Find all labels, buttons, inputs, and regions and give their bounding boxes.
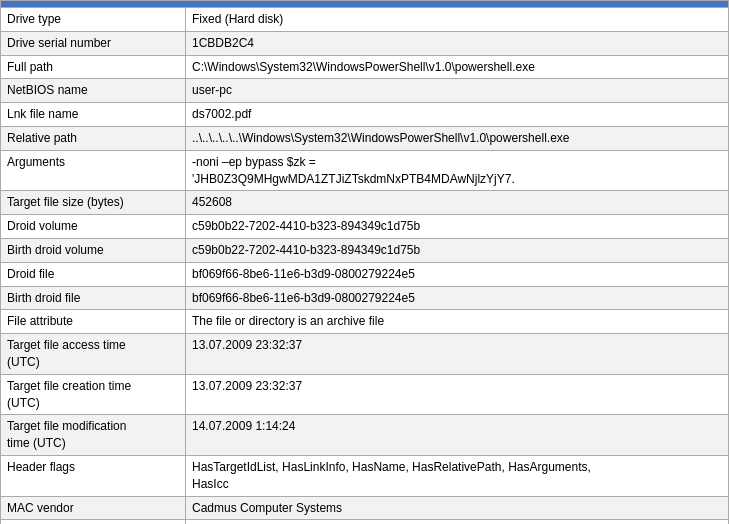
row-value: Fixed (Hard disk) xyxy=(186,8,729,32)
row-label: Drive type xyxy=(1,8,186,32)
row-label: Target path xyxy=(1,520,186,524)
row-label: Birth droid volume xyxy=(1,238,186,262)
row-label: NetBIOS name xyxy=(1,79,186,103)
table-row: Target file size (bytes)452608 xyxy=(1,191,729,215)
table-row: File attributeThe file or directory is a… xyxy=(1,310,729,334)
table-row: MAC vendorCadmus Computer Systems xyxy=(1,496,729,520)
table-row: Arguments-noni –ep bypass $zk = 'JHB0Z3Q… xyxy=(1,150,729,191)
table-row: Target file modification time (UTC)14.07… xyxy=(1,415,729,456)
row-label: Target file size (bytes) xyxy=(1,191,186,215)
row-label: File attribute xyxy=(1,310,186,334)
row-label: MAC vendor xyxy=(1,496,186,520)
row-value: user-pc xyxy=(186,79,729,103)
table-row: Header flagsHasTargetIdList, HasLinkInfo… xyxy=(1,455,729,496)
table-row: Droid volumec59b0b22-7202-4410-b323-8943… xyxy=(1,215,729,239)
table-row: Lnk file nameds7002.pdf xyxy=(1,103,729,127)
row-value: My Computer\C:\Windows\System32\WindowsP… xyxy=(186,520,729,524)
row-label: Arguments xyxy=(1,150,186,191)
row-value: bf069f66-8be6-11e6-b3d9-0800279224e5 xyxy=(186,286,729,310)
metadata-table: Drive typeFixed (Hard disk)Drive serial … xyxy=(0,0,729,524)
table-row: Full pathC:\Windows\System32\WindowsPowe… xyxy=(1,55,729,79)
table-row: Drive typeFixed (Hard disk) xyxy=(1,8,729,32)
row-label: Relative path xyxy=(1,126,186,150)
row-value: 452608 xyxy=(186,191,729,215)
table-row: Relative path..\..\..\..\..\Windows\Syst… xyxy=(1,126,729,150)
row-value: ..\..\..\..\..\Windows\System32\WindowsP… xyxy=(186,126,729,150)
table-row: Birth droid volumec59b0b22-7202-4410-b32… xyxy=(1,238,729,262)
row-value: Cadmus Computer Systems xyxy=(186,496,729,520)
table-row: Droid filebf069f66-8be6-11e6-b3d9-080027… xyxy=(1,262,729,286)
row-label: Target file access time (UTC) xyxy=(1,334,186,375)
row-label: Target file creation time (UTC) xyxy=(1,374,186,415)
row-label: Header flags xyxy=(1,455,186,496)
row-value: 14.07.2009 1:14:24 xyxy=(186,415,729,456)
table-row: Target pathMy Computer\C:\Windows\System… xyxy=(1,520,729,524)
row-value: C:\Windows\System32\WindowsPowerShell\v1… xyxy=(186,55,729,79)
row-label: Droid file xyxy=(1,262,186,286)
row-value: The file or directory is an archive file xyxy=(186,310,729,334)
table-header-row xyxy=(1,1,729,8)
row-value: bf069f66-8be6-11e6-b3d9-0800279224e5 xyxy=(186,262,729,286)
row-value: ds7002.pdf xyxy=(186,103,729,127)
table-row: NetBIOS nameuser-pc xyxy=(1,79,729,103)
table-header-cell xyxy=(1,1,729,8)
row-value: 1CBDB2C4 xyxy=(186,31,729,55)
table-row: Birth droid filebf069f66-8be6-11e6-b3d9-… xyxy=(1,286,729,310)
row-value: HasTargetIdList, HasLinkInfo, HasName, H… xyxy=(186,455,729,496)
row-value: -noni –ep bypass $zk = 'JHB0Z3Q9MHgwMDA1… xyxy=(186,150,729,191)
row-label: Lnk file name xyxy=(1,103,186,127)
row-value: 13.07.2009 23:32:37 xyxy=(186,334,729,375)
table-row: Drive serial number1CBDB2C4 xyxy=(1,31,729,55)
row-value: c59b0b22-7202-4410-b323-894349c1d75b xyxy=(186,215,729,239)
table-row: Target file creation time (UTC)13.07.200… xyxy=(1,374,729,415)
row-label: Birth droid file xyxy=(1,286,186,310)
row-label: Full path xyxy=(1,55,186,79)
row-label: Target file modification time (UTC) xyxy=(1,415,186,456)
row-label: Droid volume xyxy=(1,215,186,239)
table-row: Target file access time (UTC)13.07.2009 … xyxy=(1,334,729,375)
row-value: 13.07.2009 23:32:37 xyxy=(186,374,729,415)
row-label: Drive serial number xyxy=(1,31,186,55)
row-value: c59b0b22-7202-4410-b323-894349c1d75b xyxy=(186,238,729,262)
